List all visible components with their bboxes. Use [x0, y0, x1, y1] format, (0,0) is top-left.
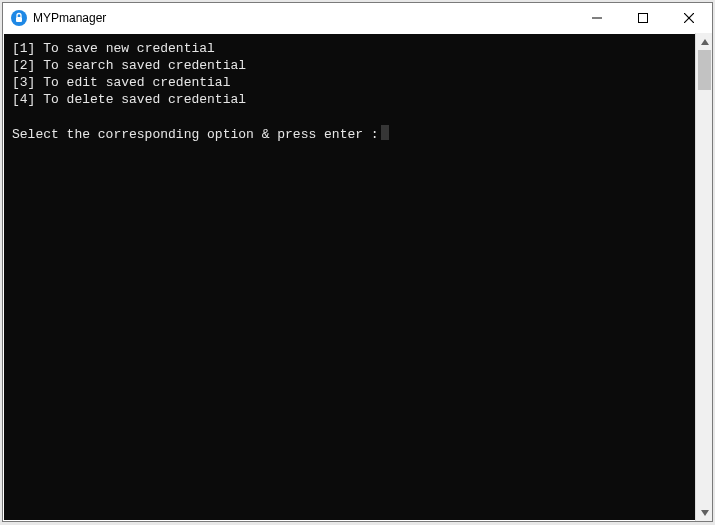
svg-rect-3 [639, 14, 648, 23]
scroll-down-button[interactable] [696, 504, 713, 521]
window-controls [574, 3, 712, 33]
minimize-button[interactable] [574, 3, 620, 33]
title-left: MYPmanager [3, 10, 574, 26]
scrollbar-thumb[interactable] [698, 50, 711, 90]
maximize-icon [638, 13, 648, 23]
console-output[interactable]: [1] To save new credential[2] To search … [4, 34, 695, 520]
menu-item: [4] To delete saved credential [12, 91, 687, 108]
svg-rect-1 [16, 17, 22, 22]
text-cursor [381, 125, 389, 140]
chevron-up-icon [701, 38, 709, 46]
menu-item: [1] To save new credential [12, 40, 687, 57]
svg-marker-7 [701, 510, 709, 516]
prompt-line: Select the corresponding option & press … [12, 125, 687, 143]
menu-item: [3] To edit saved credential [12, 74, 687, 91]
minimize-icon [592, 13, 602, 23]
svg-marker-6 [701, 39, 709, 45]
scroll-up-button[interactable] [696, 33, 713, 50]
vertical-scrollbar[interactable] [695, 33, 712, 521]
app-lock-icon [11, 10, 27, 26]
menu-item: [2] To search saved credential [12, 57, 687, 74]
window-title: MYPmanager [33, 11, 106, 25]
client-area: [1] To save new credential[2] To search … [3, 33, 712, 521]
titlebar[interactable]: MYPmanager [3, 3, 712, 33]
close-icon [684, 13, 694, 23]
close-button[interactable] [666, 3, 712, 33]
maximize-button[interactable] [620, 3, 666, 33]
app-window: MYPmanager [1] To save new credent [2, 2, 713, 522]
chevron-down-icon [701, 509, 709, 517]
